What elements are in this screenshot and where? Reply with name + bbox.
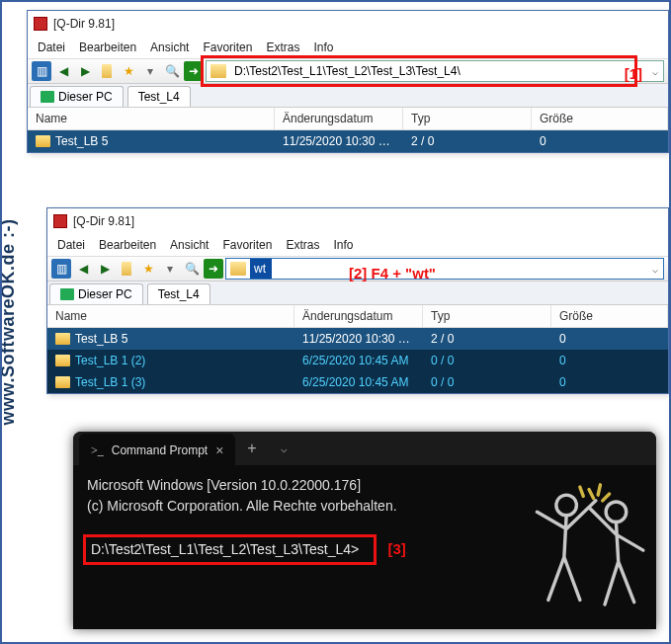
- terminal-icon: >_: [91, 443, 104, 458]
- search-icon[interactable]: 🔍: [182, 259, 202, 279]
- more-icon[interactable]: ▾: [140, 61, 160, 81]
- toolbar: ▥ ◀ ▶ ★ ▾ 🔍 ➜ ⌵: [28, 58, 668, 84]
- window-title: [Q-Dir 9.81]: [53, 17, 115, 31]
- app-icon: [53, 214, 67, 228]
- tab-dieser-pc[interactable]: Dieser PC: [49, 283, 143, 304]
- qdir-window-2: [Q-Dir 9.81] Datei Bearbeiten Ansicht Fa…: [46, 207, 669, 394]
- col-name[interactable]: Name: [28, 108, 275, 129]
- annotation-1: [1]: [625, 65, 642, 82]
- column-headers: Name Änderungsdatum Typ Größe: [28, 108, 668, 130]
- terminal-line: (c) Microsoft Corporation. Alle Rechte v…: [87, 498, 397, 514]
- file-list: Test_LB 5 11/25/2020 10:30 … 2 / 0 0: [28, 130, 668, 152]
- menu-datei[interactable]: Datei: [32, 39, 71, 56]
- menu-info[interactable]: Info: [307, 39, 339, 56]
- col-size[interactable]: Größe: [532, 108, 668, 129]
- window-title: [Q-Dir 9.81]: [73, 214, 134, 228]
- app-icon: [34, 17, 47, 31]
- menu-ansicht[interactable]: Ansicht: [164, 236, 214, 254]
- menu-bearbeiten[interactable]: Bearbeiten: [73, 39, 142, 56]
- table-row[interactable]: Test_LB 1 (2) 6/25/2020 10:45 AM0 / 00: [47, 350, 668, 371]
- menubar: Datei Bearbeiten Ansicht Favoriten Extra…: [28, 37, 668, 58]
- menu-datei[interactable]: Datei: [51, 236, 91, 254]
- address-input[interactable]: [230, 61, 647, 81]
- folder-icon: [55, 376, 70, 388]
- back-button[interactable]: ◀: [53, 61, 73, 81]
- col-typ[interactable]: Typ: [403, 108, 532, 129]
- titlebar[interactable]: [Q-Dir 9.81]: [47, 208, 668, 234]
- tab-dieser-pc[interactable]: Dieser PC: [30, 86, 124, 107]
- col-size[interactable]: Größe: [551, 305, 668, 327]
- titlebar[interactable]: [Q-Dir 9.81]: [28, 11, 668, 37]
- table-row[interactable]: Test_LB 5 11/25/2020 10:30 … 2 / 0 0: [28, 130, 668, 152]
- terminal-window: >_ Command Prompt × + ⌵ Microsoft Window…: [73, 432, 656, 629]
- folder-icon: [55, 333, 70, 345]
- address-bar[interactable]: ⌵: [225, 258, 664, 280]
- menu-bearbeiten[interactable]: Bearbeiten: [93, 236, 162, 254]
- forward-button[interactable]: ▶: [75, 61, 95, 81]
- tab-test-l4[interactable]: Test_L4: [127, 86, 191, 107]
- column-headers: Name Änderungsdatum Typ Größe: [47, 305, 668, 328]
- chevron-down-icon[interactable]: ⌵: [269, 443, 299, 455]
- menu-extras[interactable]: Extras: [280, 236, 325, 254]
- folder-icon: [36, 135, 50, 147]
- tab-strip: Dieser PC Test_L4: [47, 282, 668, 305]
- terminal-tab-label: Command Prompt: [112, 443, 208, 457]
- table-row[interactable]: Test_LB 1 (3) 6/25/2020 10:45 AM0 / 00: [47, 371, 668, 393]
- file-list: Test_LB 5 11/25/2020 10:30 …2 / 00 Test_…: [47, 328, 668, 393]
- address-bar[interactable]: ⌵: [206, 60, 664, 82]
- favorite-icon[interactable]: ★: [138, 259, 158, 279]
- chevron-down-icon[interactable]: ⌵: [647, 61, 663, 81]
- menu-extras[interactable]: Extras: [260, 39, 305, 56]
- col-typ[interactable]: Typ: [423, 305, 551, 327]
- layout-icon[interactable]: ▥: [51, 259, 71, 279]
- terminal-prompt: D:\Test2\Test_L1\Test_L2\Test_L3\Test_L4…: [91, 541, 359, 557]
- menu-info[interactable]: Info: [327, 236, 359, 254]
- annotation-3: [3]: [388, 540, 406, 557]
- address-input[interactable]: [250, 259, 272, 279]
- layout-icon[interactable]: ▥: [32, 61, 51, 81]
- col-name[interactable]: Name: [47, 305, 294, 327]
- col-date[interactable]: Änderungsdatum: [294, 305, 423, 327]
- folder-icon[interactable]: [117, 259, 136, 279]
- tab-strip: Dieser PC Test_L4: [28, 84, 668, 108]
- search-icon[interactable]: 🔍: [162, 61, 182, 81]
- tab-test-l4[interactable]: Test_L4: [147, 283, 210, 304]
- back-button[interactable]: ◀: [73, 259, 93, 279]
- menu-ansicht[interactable]: Ansicht: [144, 39, 195, 56]
- terminal-body[interactable]: Microsoft Windows [Version 10.0.22000.17…: [73, 465, 656, 572]
- terminal-line: Microsoft Windows [Version 10.0.22000.17…: [87, 477, 361, 493]
- menu-favoriten[interactable]: Favoriten: [216, 236, 278, 254]
- favorite-icon[interactable]: ★: [119, 61, 138, 81]
- more-icon[interactable]: ▾: [160, 259, 180, 279]
- folder-icon: [230, 262, 246, 276]
- folder-icon[interactable]: [97, 61, 117, 81]
- terminal-tab[interactable]: >_ Command Prompt ×: [79, 434, 235, 467]
- close-icon[interactable]: ×: [215, 443, 223, 458]
- qdir-window-1: [Q-Dir 9.81] Datei Bearbeiten Ansicht Fa…: [27, 10, 669, 153]
- forward-button[interactable]: ▶: [95, 259, 115, 279]
- table-row[interactable]: Test_LB 5 11/25/2020 10:30 …2 / 00: [47, 328, 668, 350]
- col-date[interactable]: Änderungsdatum: [275, 108, 403, 129]
- chevron-down-icon[interactable]: ⌵: [647, 259, 663, 279]
- terminal-tabbar: >_ Command Prompt × + ⌵: [73, 432, 656, 465]
- folder-icon: [210, 64, 226, 78]
- annotation-2: [2] F4 + "wt": [349, 265, 436, 282]
- go-button[interactable]: ➜: [204, 259, 223, 279]
- menubar: Datei Bearbeiten Ansicht Favoriten Extra…: [47, 234, 668, 256]
- new-tab-button[interactable]: +: [235, 440, 268, 457]
- side-watermark: www.SoftwareOK.de :-): [0, 219, 19, 426]
- pc-icon: [60, 288, 74, 300]
- menu-favoriten[interactable]: Favoriten: [197, 39, 258, 56]
- folder-icon: [55, 355, 70, 366]
- pc-icon: [41, 91, 54, 103]
- go-button[interactable]: ➜: [184, 61, 204, 81]
